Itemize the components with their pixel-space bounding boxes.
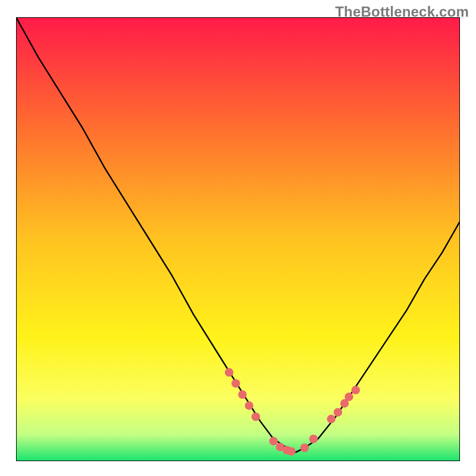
marker-point (351, 386, 359, 394)
chart-background (16, 17, 460, 461)
marker-point (345, 393, 353, 401)
marker-point (245, 402, 253, 410)
marker-point (231, 379, 240, 387)
bottleneck-chart (16, 17, 460, 461)
marker-point (225, 368, 233, 377)
marker-point (252, 412, 260, 421)
chart-svg (16, 17, 460, 461)
marker-point (334, 408, 342, 416)
marker-point (327, 415, 335, 423)
marker-point (287, 447, 295, 455)
marker-point (238, 390, 246, 399)
marker-point (269, 437, 277, 445)
marker-point (300, 443, 309, 452)
marker-point (309, 435, 318, 443)
